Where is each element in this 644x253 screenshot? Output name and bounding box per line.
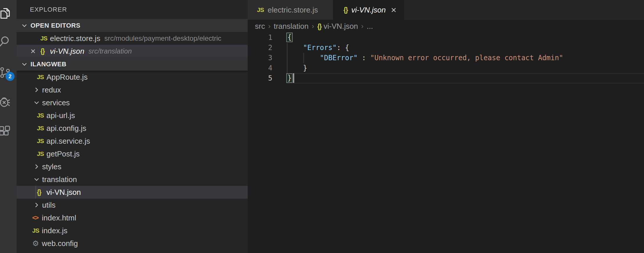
breadcrumb-item-translation[interactable]: translation <box>274 22 309 31</box>
code-line-content: } <box>286 73 644 83</box>
open-editor-path: src/translation <box>88 47 132 55</box>
line-number: 4 <box>248 63 286 73</box>
indent-guide <box>303 53 304 63</box>
explorer-sidebar: EXPLORER OPEN EDITORS JSelectric.store.j… <box>17 0 248 253</box>
tree-item-label: services <box>42 98 70 107</box>
code-line[interactable]: 3 "DBError" : "Unknown error occurred, p… <box>248 53 644 63</box>
code-line-content: { <box>286 33 644 43</box>
breadcrumb-item-...[interactable]: ... <box>367 22 373 31</box>
files-icon <box>0 7 11 20</box>
js-icon: JS <box>37 150 44 157</box>
tree-item-AppRoute.js[interactable]: JSAppRoute.js <box>17 71 248 83</box>
code-line[interactable]: 5} <box>248 73 644 83</box>
tree-folder-translation[interactable]: translation <box>17 173 248 186</box>
tree-item-api-url.js[interactable]: JSapi-url.js <box>17 109 248 122</box>
js-icon: JS <box>32 227 39 234</box>
json-icon: {} <box>317 23 321 30</box>
js-icon: JS <box>37 138 44 145</box>
code-token: "DBError" <box>320 54 358 62</box>
tree-item-api.config.js[interactable]: JSapi.config.js <box>17 122 248 135</box>
tree-item-index.html[interactable]: <>index.html <box>17 211 248 224</box>
code-line-content: "Errors": { <box>286 43 644 53</box>
text-cursor <box>293 73 294 83</box>
tree-item-label: api-url.js <box>46 111 75 120</box>
search-icon <box>0 35 11 48</box>
code-line[interactable]: 4 } <box>248 63 644 73</box>
breadcrumb-item-vi-VN.json[interactable]: {}vi-VN.json <box>317 22 358 31</box>
tree-indent-guide <box>35 186 36 199</box>
activity-item-explorer[interactable] <box>0 7 11 20</box>
source-control-badge: 2 <box>6 72 15 81</box>
tree-item-web.config[interactable]: ⚙web.config <box>17 237 248 250</box>
code-line[interactable]: 1{ <box>248 33 644 43</box>
tree-item-label: api.service.js <box>46 137 90 146</box>
breadcrumb-label: vi-VN.json <box>324 22 358 31</box>
tree-folder-utils[interactable]: utils <box>17 199 248 211</box>
line-number: 5 <box>248 73 286 83</box>
js-icon: JS <box>37 74 44 81</box>
code-token: } <box>286 64 307 72</box>
breadcrumb-separator: › <box>268 22 271 30</box>
tree-item-label: styles <box>42 162 61 171</box>
open-editor-item-vi-VN.json[interactable]: ×{}vi-VN.jsonsrc/translation <box>17 45 248 58</box>
extensions-icon <box>0 126 11 138</box>
vscode-window: 2 EXPLORER <box>0 0 644 253</box>
tree-item-getPost.js[interactable]: JSgetPost.js <box>17 147 248 160</box>
open-editor-path: src/modules/payment-desktop/electric <box>104 34 221 42</box>
close-icon[interactable]: × <box>30 46 40 56</box>
tree-folder-services[interactable]: services <box>17 96 248 109</box>
activity-item-search[interactable] <box>0 35 11 48</box>
js-file-icon: JS <box>37 112 46 119</box>
js-icon: JS <box>40 35 47 42</box>
gear-file-icon: ⚙ <box>32 239 42 248</box>
open-editors-list: JSelectric.store.jssrc/modules/payment-d… <box>17 32 248 58</box>
breadcrumb-separator: › <box>312 22 314 30</box>
tree-folder-styles[interactable]: styles <box>17 160 248 173</box>
tree-item-index.js[interactable]: JSindex.js <box>17 224 248 237</box>
activity-bar: 2 <box>0 0 17 253</box>
html-icon: <> <box>32 214 38 222</box>
open-editors-header[interactable]: OPEN EDITORS <box>17 19 248 32</box>
chevron-right-icon <box>33 87 42 93</box>
sidebar-title-label: EXPLORER <box>30 6 67 13</box>
js-file-icon: JS <box>37 150 46 157</box>
chevron-right-icon <box>33 163 42 170</box>
tree-item-vi-VN.json[interactable]: {}vi-VN.json <box>17 186 248 199</box>
project-section-header[interactable]: ILANGWEB <box>17 58 248 71</box>
js-file-icon: JS <box>32 227 42 234</box>
tab-bar: JSelectric.store.js{}vi-VN.json× <box>248 0 644 20</box>
breadcrumb-label: translation <box>274 22 309 31</box>
js-file-icon: JS <box>37 74 46 81</box>
tree-item-label: api.config.js <box>46 124 86 133</box>
tree-item-api.service.js[interactable]: JSapi.service.js <box>17 135 248 147</box>
sidebar-title: EXPLORER <box>17 0 248 19</box>
activity-item-extensions[interactable] <box>0 126 11 138</box>
code-line[interactable]: 2 "Errors": { <box>248 43 644 53</box>
json-file-icon: {} <box>37 188 46 196</box>
js-file-icon: JS <box>40 35 50 42</box>
gear-icon: ⚙ <box>32 239 39 248</box>
code-line-content: "DBError" : "Unknown error occurred, ple… <box>286 53 644 63</box>
json-file-icon: {} <box>343 6 348 14</box>
code-editor[interactable]: 1{2 "Errors": {3 "DBError" : "Unknown er… <box>248 33 644 83</box>
bracket-pair-guide <box>287 43 287 73</box>
tab-vi-VN.json[interactable]: {}vi-VN.json× <box>333 0 404 20</box>
chevron-down-icon <box>21 61 29 67</box>
code-token <box>286 44 303 52</box>
breadcrumb: src›translation›{}vi-VN.json›... <box>248 20 644 33</box>
file-tree: JSAppRoute.jsreduxservicesJSapi-url.jsJS… <box>17 71 248 250</box>
open-editor-item-electric.store.js[interactable]: JSelectric.store.jssrc/modules/payment-d… <box>17 32 248 45</box>
breadcrumb-item-src[interactable]: src <box>255 22 265 31</box>
tree-item-label: web.config <box>42 239 78 248</box>
tab-electric.store.js[interactable]: JSelectric.store.js <box>248 0 333 20</box>
activity-item-debug[interactable] <box>0 96 11 108</box>
project-name-label: ILANGWEB <box>30 60 66 68</box>
tab-close-icon[interactable]: × <box>391 5 396 15</box>
tree-folder-redux[interactable]: redux <box>17 83 248 96</box>
tree-item-label: utils <box>42 201 55 210</box>
code-line-content: } <box>286 63 644 73</box>
chevron-down-icon <box>33 176 42 183</box>
tab-label: electric.store.js <box>268 6 318 15</box>
js-icon: JS <box>37 125 44 132</box>
html-file-icon: <> <box>32 214 42 222</box>
